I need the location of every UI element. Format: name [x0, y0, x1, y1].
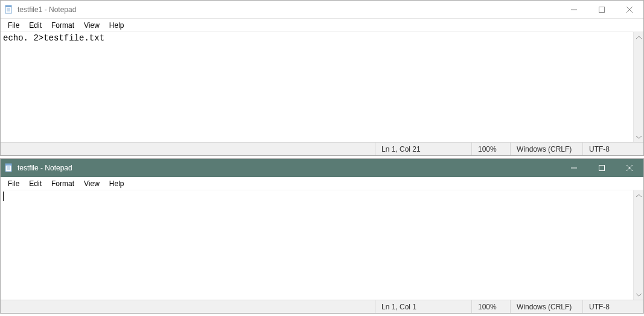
menu-bar: File Edit Format View Help — [1, 177, 643, 190]
editor-area: echo. 2>testfile.txt — [1, 32, 643, 142]
menu-format[interactable]: Format — [46, 178, 79, 189]
svg-rect-10 — [5, 164, 11, 166]
status-bar: Ln 1, Col 1 100% Windows (CRLF) UTF-8 — [1, 300, 643, 313]
close-button[interactable] — [616, 159, 643, 177]
title-bar[interactable]: testfile - Notepad — [1, 159, 643, 177]
svg-rect-6 — [599, 7, 605, 12]
window-controls — [560, 1, 643, 18]
status-line-ending: Windows (CRLF) — [511, 143, 583, 155]
menu-format[interactable]: Format — [46, 20, 79, 31]
text-editor[interactable] — [1, 190, 633, 300]
menu-edit[interactable]: Edit — [24, 20, 46, 31]
status-bar: Ln 1, Col 21 100% Windows (CRLF) UTF-8 — [1, 142, 643, 155]
status-zoom: 100% — [472, 300, 511, 313]
menu-help[interactable]: Help — [104, 20, 129, 31]
editor-area — [1, 190, 643, 300]
status-cursor-position: Ln 1, Col 21 — [375, 143, 472, 155]
text-editor[interactable]: echo. 2>testfile.txt — [1, 32, 633, 142]
status-cursor-position: Ln 1, Col 1 — [375, 300, 472, 313]
window-title: testfile1 - Notepad — [18, 5, 560, 14]
notepad-window-1: testfile1 - Notepad File Edit Format Vie… — [0, 0, 644, 156]
status-spacer — [1, 300, 375, 313]
status-encoding: UTF-8 — [583, 300, 643, 313]
status-zoom: 100% — [472, 143, 511, 155]
menu-bar: File Edit Format View Help — [1, 19, 643, 32]
title-bar[interactable]: testfile1 - Notepad — [1, 1, 643, 19]
scroll-up-icon[interactable] — [634, 32, 643, 42]
menu-help[interactable]: Help — [104, 178, 129, 189]
scroll-up-icon[interactable] — [634, 190, 643, 201]
menu-file[interactable]: File — [3, 20, 24, 31]
menu-edit[interactable]: Edit — [24, 178, 46, 189]
status-encoding: UTF-8 — [583, 143, 643, 155]
svg-rect-1 — [5, 5, 11, 7]
close-button[interactable] — [616, 1, 643, 18]
window-controls — [560, 159, 643, 177]
scroll-down-icon[interactable] — [634, 289, 643, 300]
scroll-down-icon[interactable] — [634, 132, 643, 142]
minimize-button[interactable] — [560, 1, 588, 18]
status-line-ending: Windows (CRLF) — [511, 300, 583, 313]
notepad-window-2: testfile - Notepad File Edit Format View… — [0, 158, 644, 314]
minimize-button[interactable] — [560, 159, 588, 177]
notepad-icon — [4, 163, 14, 173]
menu-view[interactable]: View — [79, 20, 104, 31]
menu-file[interactable]: File — [3, 178, 24, 189]
status-spacer — [1, 143, 375, 155]
maximize-button[interactable] — [588, 1, 616, 18]
notepad-icon — [4, 5, 14, 15]
vertical-scrollbar[interactable] — [633, 190, 643, 300]
maximize-button[interactable] — [588, 159, 616, 177]
window-title: testfile - Notepad — [18, 164, 560, 172]
vertical-scrollbar[interactable] — [633, 32, 643, 142]
menu-view[interactable]: View — [79, 178, 104, 189]
text-cursor — [3, 192, 4, 201]
svg-rect-15 — [599, 166, 605, 171]
